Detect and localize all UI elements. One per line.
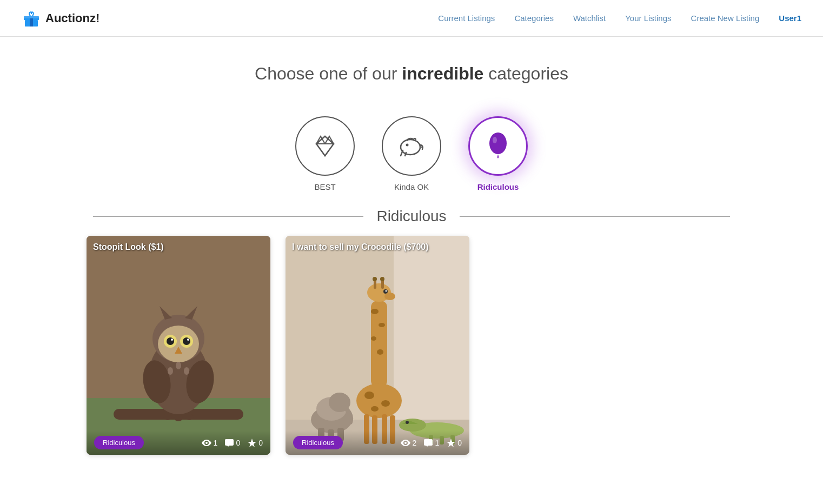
logo[interactable]: Auctionz!: [22, 9, 99, 28]
svg-point-49: [379, 323, 385, 327]
balloon-icon: [483, 129, 513, 163]
svg-point-53: [364, 392, 374, 399]
category-best-circle: [295, 116, 355, 176]
section-title-row: Ridiculous: [22, 208, 801, 225]
listing-card-2-bids: 0: [447, 439, 462, 447]
hero-section: Choose one of our incredible categories: [0, 37, 823, 100]
listing-card-2-image: [286, 236, 469, 455]
comment-icon-2: [424, 439, 433, 447]
svg-point-27: [171, 339, 173, 341]
svg-point-26: [183, 337, 190, 345]
comment-icon: [225, 439, 234, 447]
svg-point-10: [406, 144, 409, 147]
svg-point-25: [167, 337, 174, 345]
svg-rect-57: [374, 280, 376, 289]
svg-point-55: [371, 406, 379, 412]
categories-section: BEST Kinda OK: [0, 116, 823, 191]
listing-card-1-views: 1: [202, 439, 218, 447]
bid-icon-2: [447, 439, 455, 447]
svg-point-50: [371, 336, 376, 341]
category-best-label: BEST: [314, 182, 335, 191]
svg-point-54: [381, 400, 390, 407]
gift-icon: [22, 9, 41, 28]
piggy-icon: [395, 131, 428, 161]
svg-point-28: [187, 339, 189, 341]
bid-icon: [248, 439, 256, 447]
svg-point-52: [356, 383, 402, 418]
svg-point-35: [163, 414, 172, 420]
listing-card-2-badge: Ridiculous: [293, 436, 343, 449]
category-kinda-ok-circle: [382, 116, 441, 176]
nav-user[interactable]: User1: [779, 14, 801, 23]
listing-card-2-views: 2: [401, 439, 417, 447]
nav-watchlist[interactable]: Watchlist: [573, 14, 606, 23]
listing-card-1-image: [87, 236, 270, 455]
section-title: Ridiculous: [376, 208, 446, 225]
svg-rect-2: [30, 17, 33, 26]
svg-point-36: [174, 415, 183, 421]
listing-card-1-badge: Ridiculous: [94, 436, 144, 449]
left-divider: [93, 216, 363, 217]
listing-card-1-bids: 0: [248, 439, 263, 447]
svg-point-69: [399, 419, 426, 432]
svg-point-11: [414, 138, 416, 141]
svg-point-58: [373, 277, 377, 281]
listing-card-2-footer: Ridiculous 2 1 0: [286, 430, 469, 455]
nav-create-new-listing[interactable]: Create New Listing: [691, 14, 760, 23]
listing-card-1-footer: Ridiculous 1 0 0: [87, 430, 270, 455]
svg-point-60: [380, 277, 384, 281]
category-ridiculous-circle: [468, 116, 528, 176]
svg-point-22: [158, 326, 199, 362]
svg-point-70: [406, 421, 409, 424]
svg-point-33: [176, 362, 181, 369]
right-divider: [460, 216, 730, 217]
listing-card-1[interactable]: Stoopit Look ($1) Ridiculous 1 0 0: [87, 236, 270, 455]
nav-categories[interactable]: Categories: [514, 14, 554, 23]
svg-point-14: [493, 137, 497, 143]
category-kinda-ok-label: Kinda OK: [394, 182, 429, 191]
eye-icon-2: [401, 440, 410, 446]
nav-your-listings[interactable]: Your Listings: [625, 14, 671, 23]
svg-point-37: [185, 414, 194, 420]
listing-card-1-comments: 0: [225, 439, 240, 447]
svg-point-9: [401, 140, 420, 155]
svg-rect-59: [381, 280, 384, 289]
nav-current-listings[interactable]: Current Listings: [438, 14, 495, 23]
owl-svg: [87, 236, 270, 455]
listing-card-1-title: Stoopit Look ($1): [93, 242, 164, 252]
listing-card-2-comments: 1: [424, 439, 439, 447]
svg-point-63: [384, 293, 395, 300]
diamond-icon: [310, 131, 340, 161]
listing-card-2-title: I want to sell my Crocodile ($700): [292, 242, 429, 252]
category-kinda-ok[interactable]: Kinda OK: [382, 116, 441, 191]
svg-point-51: [377, 349, 383, 355]
category-ridiculous-label: Ridiculous: [477, 182, 519, 191]
svg-point-48: [371, 309, 379, 314]
eye-icon: [202, 440, 211, 446]
hero-heading: Choose one of our incredible categories: [11, 64, 812, 84]
listing-card-2[interactable]: I want to sell my Crocodile ($700) Ridic…: [286, 236, 469, 455]
navbar: Auctionz! Current Listings Categories Wa…: [0, 0, 823, 37]
giraffe-svg: [286, 236, 469, 455]
svg-point-32: [168, 367, 173, 375]
listings-section: Stoopit Look ($1) Ridiculous 1 0 0: [0, 236, 823, 487]
svg-point-62: [386, 290, 387, 292]
category-ridiculous[interactable]: Ridiculous: [468, 116, 528, 191]
svg-rect-3: [24, 16, 39, 18]
svg-point-34: [184, 367, 189, 375]
category-best[interactable]: BEST: [295, 116, 355, 191]
svg-point-13: [489, 132, 507, 154]
